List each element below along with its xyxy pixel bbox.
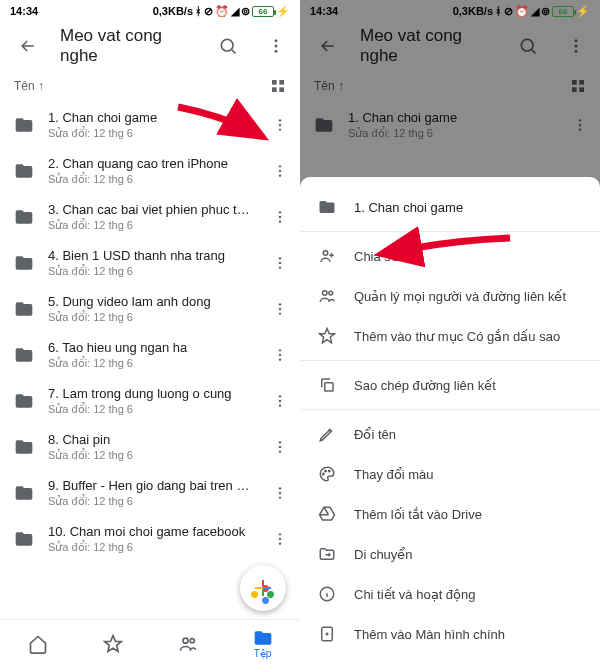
sort-row[interactable]: Tên ↑ [300, 70, 600, 102]
svg-point-38 [183, 638, 188, 643]
file-item[interactable]: 7. Lam trong dung luong o cungSửa đổi: 1… [0, 378, 300, 424]
folder-icon [14, 391, 34, 411]
sheet-item-info[interactable]: Chi tiết và hoạt động [300, 574, 600, 614]
file-name: 3. Chan cac bai viet phien phuc tren f..… [48, 202, 252, 217]
folder-icon [14, 207, 34, 227]
svg-rect-6 [272, 87, 277, 92]
sort-row[interactable]: Tên ↑ [0, 70, 300, 102]
file-more-button[interactable] [266, 117, 294, 133]
signal-icon: ◢ [531, 5, 539, 18]
sheet-item-label: Sao chép đường liên kết [354, 378, 496, 393]
file-item[interactable]: 8. Chai pinSửa đổi: 12 thg 6 [0, 424, 300, 470]
file-item[interactable]: 2. Chan quang cao tren iPhoneSửa đổi: 12… [0, 148, 300, 194]
status-bar: 14:34 0,3KB/s ᚼ ⊘ ⏰ ◢ ⊚ 66 ⚡ [0, 0, 300, 22]
file-item[interactable]: 4. Bien 1 USD thanh nha trangSửa đổi: 12… [0, 240, 300, 286]
nav-files[interactable]: Tệp [243, 628, 283, 659]
status-net: 0,3KB/s [453, 5, 493, 17]
fab-add[interactable]: •••• [240, 565, 286, 611]
file-item[interactable]: 10. Chan moi choi game facebookSửa đổi: … [0, 516, 300, 562]
svg-point-36 [279, 538, 281, 540]
file-name: 2. Chan quang cao tren iPhone [48, 156, 252, 171]
status-right: 0,3KB/s ᚼ ⊘ ⏰ ◢ ⊚ 66 ⚡ [153, 5, 290, 18]
dnd-icon: ⊘ [504, 5, 513, 18]
status-time: 14:34 [10, 5, 38, 17]
view-grid-icon[interactable] [570, 78, 586, 94]
file-modified: Sửa đổi: 12 thg 6 [48, 541, 252, 554]
file-more-button[interactable] [266, 255, 294, 271]
wifi-icon: ⊚ [241, 5, 250, 18]
sheet-item-star[interactable]: Thêm vào thư mục Có gắn dấu sao [300, 316, 600, 356]
signal-icon: ◢ [231, 5, 239, 18]
svg-point-55 [323, 473, 325, 475]
file-item[interactable]: 3. Chan cac bai viet phien phuc tren f..… [0, 194, 300, 240]
search-button[interactable] [212, 30, 244, 62]
nav-shared[interactable] [168, 634, 208, 654]
sheet-item-people[interactable]: Quản lý mọi người và đường liên kết [300, 276, 600, 316]
svg-point-39 [190, 638, 194, 642]
battery-icon: 66 [252, 6, 274, 17]
people-icon [318, 287, 336, 305]
file-more-button[interactable] [266, 163, 294, 179]
sheet-item-drive[interactable]: Thêm lối tắt vào Drive [300, 494, 600, 534]
svg-point-43 [575, 50, 578, 53]
sheet-item-copy[interactable]: Sao chép đường liên kết [300, 365, 600, 405]
bluetooth-icon: ᚼ [195, 5, 202, 17]
edit-icon [318, 425, 336, 443]
file-more-button[interactable] [266, 531, 294, 547]
nav-home[interactable] [18, 634, 58, 654]
file-item[interactable]: 1. Chan choi gameSửa đổi: 12 thg 6 [0, 102, 300, 148]
svg-point-11 [279, 165, 281, 167]
file-modified: Sửa đổi: 12 thg 6 [48, 449, 252, 462]
file-name: 6. Tao hieu ung ngan ha [48, 340, 252, 355]
overflow-button[interactable] [260, 30, 292, 62]
svg-point-41 [575, 39, 578, 42]
back-button[interactable] [312, 30, 344, 62]
svg-rect-4 [272, 80, 277, 85]
plus-icon: •••• [254, 579, 272, 597]
file-modified: Sửa đổi: 12 thg 6 [48, 403, 252, 416]
sheet-item-edit[interactable]: Đổi tên [300, 414, 600, 454]
file-modified: Sửa đổi: 12 thg 6 [48, 219, 252, 232]
svg-point-32 [279, 487, 281, 489]
svg-point-12 [279, 170, 281, 172]
info-icon [318, 585, 336, 603]
svg-point-16 [279, 220, 281, 222]
back-button[interactable] [12, 30, 44, 62]
file-modified: Sửa đổi: 12 thg 6 [348, 127, 552, 140]
sheet-item-label: Thêm vào Màn hình chính [354, 627, 505, 642]
file-more-button[interactable] [266, 393, 294, 409]
sheet-item-palette[interactable]: Thay đổi màu [300, 454, 600, 494]
search-button[interactable] [512, 30, 544, 62]
nav-starred[interactable] [93, 634, 133, 654]
file-more-button[interactable] [566, 117, 594, 133]
person-plus-icon [318, 247, 336, 265]
file-item[interactable]: 6. Tao hieu ung ngan haSửa đổi: 12 thg 6 [0, 332, 300, 378]
svg-point-20 [279, 303, 281, 305]
file-more-button[interactable] [266, 301, 294, 317]
bluetooth-icon: ᚼ [495, 5, 502, 17]
file-item[interactable]: 9. Buffer - Hen gio dang bai tren Face..… [0, 470, 300, 516]
file-more-button[interactable] [266, 209, 294, 225]
view-grid-icon[interactable] [270, 78, 286, 94]
svg-rect-54 [325, 383, 333, 391]
file-more-button[interactable] [266, 347, 294, 363]
folder-icon [14, 529, 34, 549]
svg-point-49 [579, 124, 581, 126]
svg-point-50 [579, 128, 581, 130]
sheet-item-move[interactable]: Di chuyển [300, 534, 600, 574]
file-more-button[interactable] [266, 439, 294, 455]
svg-point-2 [275, 45, 278, 48]
overflow-button[interactable] [560, 30, 592, 62]
sheet-item-home-plus[interactable]: Thêm vào Màn hình chính [300, 614, 600, 654]
sheet-item-trash[interactable]: Xóa [300, 654, 600, 667]
file-name: 4. Bien 1 USD thanh nha trang [48, 248, 252, 263]
folder-icon [14, 253, 34, 273]
sheet-header: 1. Chan choi game [300, 187, 600, 227]
file-item[interactable]: 1. Chan choi game Sửa đổi: 12 thg 6 [300, 102, 600, 148]
file-modified: Sửa đổi: 12 thg 6 [48, 311, 252, 324]
file-item[interactable]: 5. Dung video lam anh dongSửa đổi: 12 th… [0, 286, 300, 332]
file-more-button[interactable] [266, 485, 294, 501]
svg-point-19 [279, 266, 281, 268]
sheet-item-person-plus[interactable]: Chia sẻ [300, 236, 600, 276]
folder-icon [14, 115, 34, 135]
